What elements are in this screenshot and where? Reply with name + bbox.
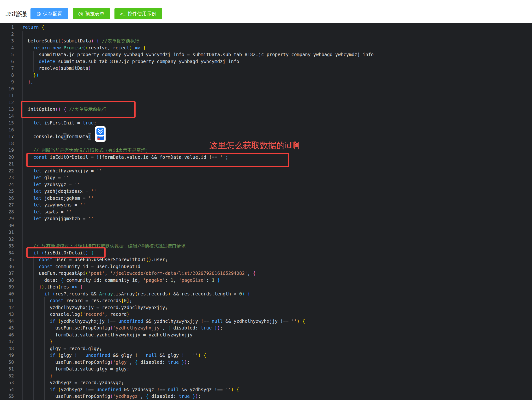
code-line[interactable]: 51 formData.value.glgy = glgy; <box>0 365 532 372</box>
code-line[interactable]: 43 console.log('record', record) <box>0 311 532 318</box>
code-line[interactable]: 49 if (glgy !== undefined && glgy !== nu… <box>0 352 532 359</box>
code-line[interactable]: 29 let yzdhbjjgmxhzb = '' <box>0 215 532 222</box>
code-line[interactable]: 17 console.log(formData) <box>0 133 532 140</box>
line-number: 47 <box>0 338 14 345</box>
code-text: let isFirstInit = true; <box>14 119 96 126</box>
line-number: 13 <box>0 106 14 113</box>
widget-example-button[interactable]: >_ 控件使用示例 <box>114 8 162 19</box>
code-line[interactable]: 30 <box>0 222 532 229</box>
line-number: 29 <box>0 215 14 222</box>
line-number: 10 <box>0 85 14 92</box>
code-text: if (yzdhclhyzwyhxjjy !== undefined && yz… <box>14 318 305 325</box>
code-line[interactable]: 24 let yzdhsygz = '' <box>0 181 532 188</box>
code-text <box>14 31 22 38</box>
code-line[interactable]: 9 }, <box>0 78 532 85</box>
line-number: 17 <box>0 133 14 140</box>
code-line[interactable]: 46 formData.value.yzdhclhyzwyhxjjy = yzd… <box>0 331 532 338</box>
code-line[interactable]: 41 const record = res.records[0]; <box>0 297 532 304</box>
code-line[interactable]: 55 useFun.setPropConfig('yzdhsygz', { di… <box>0 393 532 400</box>
code-text: submitData.jc_property_company_ywhbagd_y… <box>14 51 374 58</box>
line-number: 38 <box>0 277 14 284</box>
code-line[interactable]: 25 let yzdhjddqtzdssx = '' <box>0 188 532 195</box>
code-line[interactable]: 8 }) <box>0 72 532 79</box>
code-line[interactable]: 45 useFun.setPropConfig('yzdhclhyzwyhxjj… <box>0 325 532 331</box>
line-number: 23 <box>0 174 14 181</box>
code-line[interactable]: 3 beforeSubmit(submitData) { //表单提交前执行 <box>0 38 532 44</box>
code-line[interactable]: 48 glgy = record.glgy; <box>0 345 532 352</box>
code-line[interactable]: 22 let yzdhclhyzwyhxjjy = '' <box>0 167 532 174</box>
code-line[interactable]: 32 <box>0 236 532 243</box>
code-line[interactable]: 40 if (res?.records && Array.isArray(res… <box>0 290 532 297</box>
code-text: beforeSubmit(submitData) { //表单提交前执行 <box>14 38 139 44</box>
code-line[interactable]: 4 return new Promise((resolve, reject) =… <box>0 44 532 51</box>
annotation-box-iseditordetail <box>26 153 289 167</box>
code-text: yzdhclhyzwyhxjjy = record.yzdhclhyzwyhxj… <box>14 304 168 311</box>
code-text: }).then(res => { <box>14 283 83 290</box>
line-number: 28 <box>0 208 14 215</box>
line-number: 54 <box>0 386 14 393</box>
annotation-box-if-condition <box>26 247 106 258</box>
line-number: 6 <box>0 58 14 65</box>
js-enhance-page: JS增强 保存配置 ◎ 预览表单 >_ 控件使用示例 1return {23 b… <box>0 0 532 400</box>
code-text: resolve(submitData) <box>14 65 91 72</box>
code-text: glgy = record.glgy; <box>14 345 102 352</box>
line-number: 51 <box>0 365 14 372</box>
code-text: } <box>14 338 53 345</box>
code-text <box>14 236 22 243</box>
line-number: 11 <box>0 92 14 99</box>
line-number: 12 <box>0 99 14 106</box>
line-number: 48 <box>0 345 14 352</box>
code-line[interactable]: 23 let glgy = '' <box>0 174 532 181</box>
code-text: useFun.setPropConfig('yzdhclhyzwyhxjjy',… <box>14 325 223 331</box>
save-config-button[interactable]: 保存配置 <box>31 8 68 19</box>
code-line[interactable]: 54 if (yzdhsygz !== undefined && yzdhsyg… <box>0 386 532 393</box>
dictionary-extension-icon[interactable] <box>95 126 106 142</box>
code-line[interactable]: 16 <box>0 126 532 133</box>
code-line[interactable]: 50 useFun.setPropConfig('glgy', { disabl… <box>0 359 532 366</box>
code-line[interactable]: 15 let isFirstInit = true; <box>0 119 532 126</box>
code-editor[interactable]: 1return {23 beforeSubmit(submitData) { /… <box>0 23 532 400</box>
code-line[interactable]: 38 data: { community_id: community_id, '… <box>0 277 532 284</box>
line-number: 43 <box>0 311 14 318</box>
code-line[interactable]: 7 resolve(submitData) <box>0 65 532 72</box>
code-line[interactable]: 10 <box>0 85 532 92</box>
code-text: } <box>14 372 53 379</box>
bracket-match-open-highlight <box>63 133 66 140</box>
code-line[interactable]: 2 <box>0 31 532 38</box>
code-text: let sqwts = '' <box>14 208 72 215</box>
preview-form-button[interactable]: ◎ 预览表单 <box>73 8 110 19</box>
code-line[interactable]: 44 if (yzdhclhyzwyhxjjy !== undefined &&… <box>0 318 532 325</box>
code-text <box>14 92 22 99</box>
code-line[interactable]: 31 <box>0 229 532 236</box>
code-line[interactable]: 6 delete submitData.sub_tab_8182.jc_prop… <box>0 58 532 65</box>
code-line[interactable]: 39 }).then(res => { <box>0 283 532 290</box>
line-number: 25 <box>0 188 14 195</box>
code-text: return { <box>14 24 44 31</box>
code-line[interactable]: 52 } <box>0 372 532 379</box>
code-line[interactable]: 36 const community_id = user.loginDeptId <box>0 263 532 270</box>
code-lines-container: 1return {23 beforeSubmit(submitData) { /… <box>0 24 532 400</box>
code-line[interactable]: 47 } <box>0 338 532 345</box>
code-line[interactable]: 28 let sqwts = '' <box>0 208 532 215</box>
code-text: formData.value.glgy = glgy; <box>14 365 129 372</box>
code-line[interactable]: 26 let jdbscsqjgqksm = '' <box>0 195 532 202</box>
code-text: console.log('record', record) <box>14 311 129 318</box>
bracket-match-close-highlight <box>88 133 91 140</box>
line-number: 22 <box>0 167 14 174</box>
code-text: delete submitData.sub_tab_8182.jc_proper… <box>14 58 239 65</box>
save-button-label: 保存配置 <box>43 11 62 17</box>
save-icon <box>37 12 41 16</box>
code-line[interactable]: 37 useFun.requestApi('post', '/jeelowcod… <box>0 270 532 277</box>
code-line[interactable]: 53 yzdhsygz = record.yzdhsygz; <box>0 379 532 386</box>
code-line[interactable]: 27 let yzwyhwycns = '' <box>0 201 532 208</box>
code-text: useFun.requestApi('post', '/jeelowcode/d… <box>14 270 256 277</box>
code-text: let yzdhclhyzwyhxjjy = '' <box>14 167 102 174</box>
code-text <box>14 140 22 147</box>
code-line[interactable]: 11 <box>0 92 532 99</box>
code-line[interactable]: 42 yzdhclhyzwyhxjjy = record.yzdhclhyzwy… <box>0 304 532 311</box>
line-number: 2 <box>0 31 14 38</box>
code-line[interactable]: 5 submitData.jc_property_company_ywhbagd… <box>0 51 532 58</box>
code-text: }, <box>14 78 33 85</box>
code-text: let yzdhsygz = '' <box>14 181 80 188</box>
code-line[interactable]: 1return { <box>0 24 532 31</box>
